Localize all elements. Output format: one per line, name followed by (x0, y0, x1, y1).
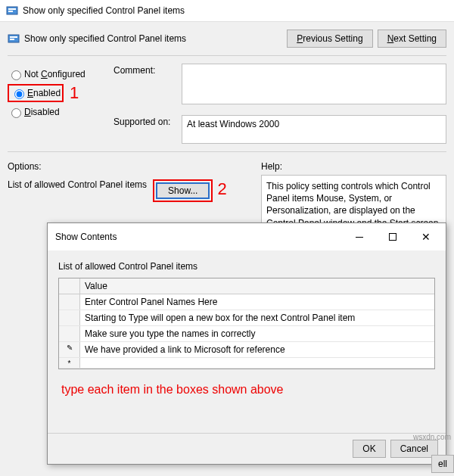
table-row[interactable]: ✎ We have provided a link to Microsoft f… (59, 342, 434, 358)
row-marker (59, 310, 80, 325)
partially-hidden-button[interactable]: ell (431, 455, 454, 473)
close-button[interactable]: ✕ (409, 228, 443, 246)
annotation-instruction: type each item in the boxes shown above (58, 369, 435, 400)
svg-rect-1 (8, 8, 16, 10)
comment-textarea[interactable] (182, 64, 446, 104)
window-titlebar: Show only specified Control Panel items (0, 0, 454, 22)
table-row[interactable]: Enter Control Panel Names Here (59, 294, 434, 310)
supported-on-text: At least Windows 2000 (182, 115, 446, 144)
radio-not-configured[interactable]: Not Configured (8, 65, 114, 83)
row-marker-new-icon: * (59, 358, 80, 368)
annotation-show-highlight: Show... (153, 179, 213, 202)
table-row[interactable]: Make sure you type the names in correctl… (59, 326, 434, 342)
dialog-footer: OK Cancel (48, 433, 446, 464)
value-cell[interactable]: Make sure you type the names in correctl… (80, 326, 434, 341)
dialog-titlebar[interactable]: Show Contents ✕ (48, 223, 446, 250)
row-marker-edit-icon: ✎ (59, 342, 80, 357)
divider (8, 55, 446, 56)
help-header: Help: (261, 161, 282, 172)
values-grid[interactable]: Value Enter Control Panel Names Here Sta… (58, 278, 435, 369)
header-row: Show only specified Control Panel items … (0, 22, 454, 52)
table-row[interactable]: Starting to Type will open a new box for… (59, 310, 434, 326)
minimize-button[interactable] (343, 228, 376, 246)
radio-enabled[interactable]: Enabled (11, 86, 61, 101)
config-area: Not Configured Enabled 1 Disabled Commen… (0, 59, 454, 148)
watermark: wsxdn.com (413, 433, 451, 441)
column-header-value: Value (80, 278, 434, 294)
section-headers: Options: Help: (0, 155, 454, 173)
header-title: Show only specified Control Panel items (24, 33, 282, 44)
svg-rect-4 (10, 36, 17, 38)
dialog-title: Show Contents (55, 232, 343, 242)
comment-label: Comment: (114, 64, 182, 76)
divider (8, 151, 446, 152)
state-radio-group: Not Configured Enabled 1 Disabled (8, 61, 114, 147)
options-header: Options: (8, 161, 261, 172)
minimize-icon (356, 237, 363, 238)
annotation-2: 2 (217, 179, 226, 199)
ok-button[interactable]: OK (353, 440, 385, 458)
policy-icon (8, 33, 20, 45)
svg-rect-5 (10, 39, 14, 40)
row-marker (59, 294, 80, 310)
window-title-text: Show only specified Control Panel items (23, 5, 185, 16)
row-marker (59, 326, 80, 341)
options-list-label: List of allowed Control Panel items (8, 179, 147, 190)
show-contents-dialog: Show Contents ✕ List of allowed Control … (47, 222, 446, 465)
annotation-1: 1 (70, 83, 79, 103)
show-button[interactable]: Show... (156, 182, 210, 199)
value-cell[interactable]: Starting to Type will open a new box for… (80, 310, 434, 325)
table-row[interactable]: * (59, 358, 434, 369)
value-cell[interactable]: Enter Control Panel Names Here (80, 294, 434, 310)
svg-rect-2 (8, 11, 13, 12)
close-icon: ✕ (421, 233, 431, 241)
value-cell[interactable]: We have provided a link to Microsoft for… (80, 342, 434, 357)
next-setting-button[interactable]: Next Setting (378, 30, 446, 48)
dialog-subtitle: List of allowed Control Panel items (58, 261, 435, 272)
supported-label: Supported on: (114, 115, 182, 127)
maximize-icon (389, 233, 396, 241)
grid-header: Value (59, 278, 434, 294)
radio-disabled[interactable]: Disabled (8, 103, 114, 121)
value-cell[interactable] (80, 358, 434, 368)
previous-setting-button[interactable]: Previous Setting (287, 30, 372, 48)
maximize-button[interactable] (376, 228, 409, 246)
policy-icon (6, 5, 18, 17)
